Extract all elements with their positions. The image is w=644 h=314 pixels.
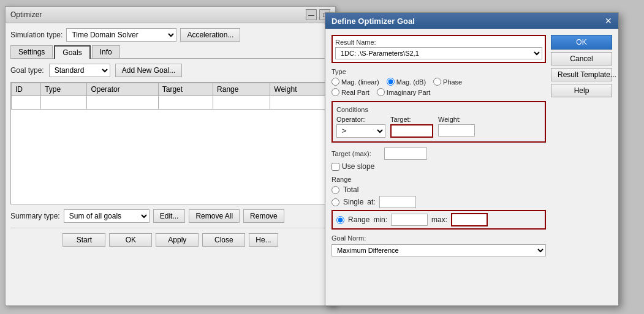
help-button[interactable]: He...	[249, 233, 278, 247]
result-template-button[interactable]: Result Template...	[551, 68, 612, 81]
ok-button[interactable]: OK	[109, 233, 152, 247]
close-button[interactable]: Close	[202, 233, 245, 247]
simulation-type-row: Simulation type: Time Domain Solver Acce…	[10, 28, 330, 42]
operator-label: Operator:	[336, 116, 385, 123]
dialog-cancel-button[interactable]: Cancel	[551, 52, 612, 65]
acceleration-button[interactable]: Acceleration...	[180, 28, 240, 42]
mag-db-option: Mag. (dB)	[387, 78, 426, 86]
table-row	[12, 96, 330, 110]
simulation-type-select[interactable]: Time Domain Solver	[66, 28, 176, 42]
weight-col: Weight: 1.0	[438, 116, 475, 136]
optimizer-body: Simulation type: Time Domain Solver Acce…	[6, 23, 335, 252]
mag-db-radio[interactable]	[387, 78, 395, 86]
remove-button[interactable]: Remove	[243, 209, 284, 223]
cell	[87, 96, 158, 110]
use-slope-row: Use slope	[331, 162, 546, 171]
range-min-input[interactable]: 2.4	[391, 214, 428, 226]
conditions-box: Conditions Operator: > Target: -3 Weight…	[331, 101, 546, 143]
total-label: Total	[343, 185, 358, 194]
goals-table: ID Type Operator Target Range Weight	[11, 83, 330, 110]
add-new-goal-button[interactable]: Add New Goal...	[115, 64, 182, 77]
goal-type-select[interactable]: Standard	[49, 64, 110, 77]
col-type: Type	[41, 83, 87, 96]
optimizer-title: Optimizer	[10, 10, 42, 19]
range-radio-label: Range	[348, 215, 369, 224]
dialog-title: Define Optimizer Goal	[331, 17, 415, 26]
dialog-titlebar: Define Optimizer Goal ✕	[325, 13, 618, 29]
imag-part-radio[interactable]	[377, 88, 385, 96]
single-row: Single at: 0	[331, 196, 546, 208]
target-input[interactable]: -3	[390, 124, 433, 138]
type-section: Type Mag. (linear) Mag. (dB) Phase	[331, 68, 546, 96]
range-radio[interactable]	[336, 216, 344, 224]
bottom-buttons: Start OK Apply Close He...	[10, 228, 330, 247]
goals-table-container: ID Type Operator Target Range Weight	[10, 82, 330, 204]
range-max-label: max:	[431, 215, 447, 224]
operator-col: Operator: >	[336, 116, 385, 138]
total-radio[interactable]	[331, 186, 339, 194]
use-slope-label: Use slope	[342, 162, 374, 171]
col-range: Range	[213, 83, 270, 96]
dialog-help-button[interactable]: Help	[551, 84, 612, 97]
type-label: Type	[331, 68, 546, 75]
real-part-option: Real Part	[331, 88, 369, 96]
result-name-select[interactable]: 1DC: .\S-Parameters\S2,1	[335, 47, 542, 59]
tab-settings[interactable]: Settings	[10, 45, 53, 58]
summary-type-label: Summary type:	[10, 212, 60, 220]
total-row: Total	[331, 185, 546, 194]
col-operator: Operator	[87, 83, 158, 96]
phase-radio[interactable]	[433, 78, 441, 86]
range-section-label: Range	[331, 176, 546, 183]
col-id: ID	[12, 83, 41, 96]
use-slope-checkbox[interactable]	[331, 163, 339, 171]
dialog-left-panel: Result Name: 1DC: .\S-Parameters\S2,1 Ty…	[331, 35, 546, 256]
real-part-radio[interactable]	[331, 88, 339, 96]
start-button[interactable]: Start	[63, 233, 105, 247]
phase-option: Phase	[433, 78, 462, 86]
conditions-title: Conditions	[336, 106, 541, 113]
minimize-button[interactable]: —	[306, 9, 317, 20]
optimizer-titlebar: Optimizer — □	[6, 7, 335, 23]
cell	[12, 96, 41, 110]
conditions-row: Operator: > Target: -3 Weight: 1.0	[336, 116, 541, 138]
apply-button[interactable]: Apply	[156, 233, 199, 247]
single-at-label: at:	[367, 198, 375, 206]
target-max-row: Target (max): 0.0	[331, 148, 546, 160]
summary-row: Summary type: Sum of all goals Edit... R…	[10, 209, 330, 223]
single-at-input[interactable]: 0	[379, 196, 416, 208]
goal-norm-label: Goal Norm:	[331, 234, 546, 242]
dialog-ok-button[interactable]: OK	[551, 35, 612, 50]
type-radio-group: Mag. (linear) Mag. (dB) Phase	[331, 78, 546, 86]
operator-select[interactable]: >	[336, 124, 385, 138]
result-name-select-row: 1DC: .\S-Parameters\S2,1	[335, 47, 542, 59]
target-max-input[interactable]: 0.0	[384, 148, 427, 160]
simulation-type-label: Simulation type:	[10, 31, 63, 39]
goal-type-row: Goal type: Standard Add New Goal...	[10, 64, 330, 77]
goal-norm-select[interactable]: Maximum Difference	[331, 244, 546, 256]
range-min-label: min:	[373, 215, 387, 224]
range-max-input[interactable]: 3	[451, 213, 488, 226]
cell	[158, 96, 213, 110]
mag-linear-radio[interactable]	[331, 78, 339, 86]
summary-type-select[interactable]: Sum of all goals	[64, 209, 150, 223]
weight-input[interactable]: 1.0	[438, 124, 475, 136]
remove-all-button[interactable]: Remove All	[189, 209, 240, 223]
cell	[270, 96, 330, 110]
tabs-row: Settings Goals Info	[10, 45, 330, 59]
cell	[213, 96, 270, 110]
single-radio[interactable]	[331, 198, 339, 206]
optimizer-window: Optimizer — □ Simulation type: Time Doma…	[5, 6, 336, 306]
goal-type-label: Goal type:	[10, 66, 44, 75]
edit-button[interactable]: Edit...	[153, 209, 186, 223]
type-radio-group-2: Real Part Imaginary Part	[331, 88, 546, 96]
tab-info[interactable]: Info	[92, 45, 120, 58]
result-name-label: Result Name:	[335, 39, 542, 46]
dialog-body: Result Name: 1DC: .\S-Parameters\S2,1 Ty…	[325, 29, 618, 263]
result-name-box: Result Name: 1DC: .\S-Parameters\S2,1	[331, 35, 546, 63]
weight-label: Weight:	[438, 116, 475, 123]
col-weight: Weight	[270, 83, 330, 96]
tab-goals[interactable]: Goals	[54, 45, 90, 59]
dialog-close-button[interactable]: ✕	[605, 16, 612, 26]
target-label: Target:	[390, 116, 433, 123]
col-target: Target	[158, 83, 213, 96]
